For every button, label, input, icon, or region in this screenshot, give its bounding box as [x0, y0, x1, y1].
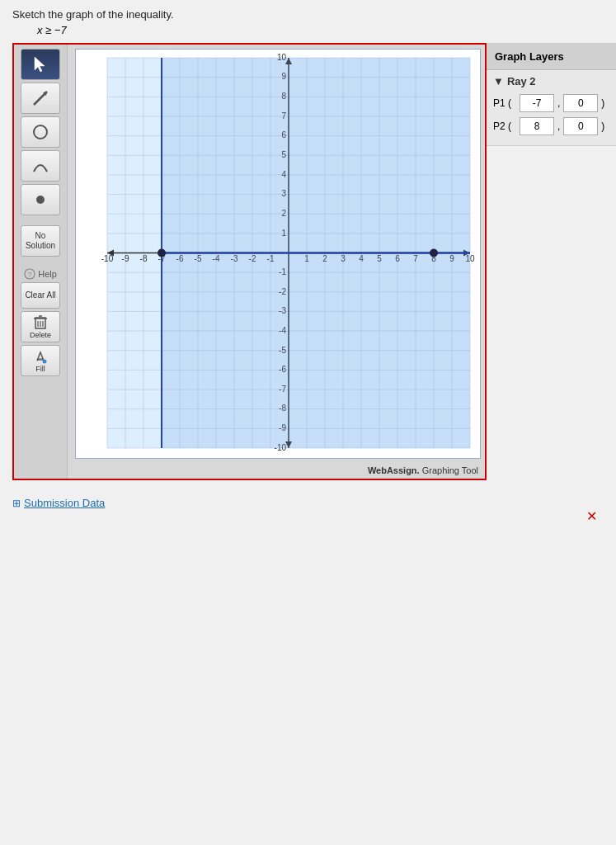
webassign-credit: WebAssign. Graphing Tool — [361, 463, 485, 479]
svg-marker-0 — [35, 57, 45, 72]
inequality-text: x ≥ −7 — [37, 24, 604, 36]
p1-label: P1 ( — [493, 97, 516, 109]
svg-text:?: ? — [28, 271, 32, 279]
instruction-text: Sketch the graph of the inequality. — [12, 8, 604, 21]
p2-label: P2 ( — [493, 120, 516, 132]
circle-tool[interactable] — [21, 116, 60, 148]
fill-button[interactable]: Fill — [21, 345, 60, 376]
no-solution-button[interactable]: No Solution — [21, 225, 60, 257]
p2-comma: , — [557, 120, 560, 132]
arrow-tool[interactable] — [21, 49, 60, 80]
main-tool-area: No Solution ? Help Clear All — [12, 43, 487, 480]
p2-x-input[interactable] — [520, 117, 554, 135]
parabola-tool[interactable] — [21, 150, 60, 182]
point-tool[interactable] — [21, 184, 60, 215]
svg-point-4 — [36, 196, 45, 204]
p1-y-input[interactable] — [563, 94, 598, 112]
help-area: ? Help — [24, 268, 57, 280]
ray-section: ▼ Ray 2 P1 ( , ) P2 ( , ) — [487, 70, 616, 145]
svg-point-3 — [34, 125, 47, 139]
ray-collapse-icon[interactable]: ▼ — [493, 75, 504, 87]
bottom-area: ⊞ Submission Data ✕ — [12, 480, 604, 529]
graph-canvas[interactable] — [75, 49, 481, 459]
p1-comma: , — [557, 97, 560, 109]
p2-row: P2 ( , ) — [493, 117, 616, 135]
ray-header: ▼ Ray 2 — [493, 75, 616, 87]
submission-data-row: ⊞ Submission Data — [12, 492, 604, 512]
graph-layers-panel: Graph Layers ▼ Ray 2 P1 ( , ) P2 ( , — [487, 43, 616, 146]
submission-data-link[interactable]: Submission Data — [24, 497, 105, 509]
line-tool[interactable] — [21, 83, 60, 114]
graph-layers-title: Graph Layers — [487, 44, 616, 70]
close-button[interactable]: ✕ — [586, 508, 597, 524]
graph-area: WebAssign. Graphing Tool — [68, 45, 485, 479]
toolbar: No Solution ? Help Clear All — [14, 45, 68, 479]
svg-point-13 — [43, 359, 47, 363]
p2-y-input[interactable] — [563, 117, 598, 135]
p1-close-paren: ) — [601, 97, 604, 109]
ray-label: Ray 2 — [507, 75, 536, 87]
p1-x-input[interactable] — [520, 94, 554, 112]
help-label[interactable]: Help — [38, 269, 57, 279]
p2-close-paren: ) — [601, 120, 604, 132]
delete-button[interactable]: Delete — [21, 311, 60, 342]
clear-all-button[interactable]: Clear All — [21, 282, 60, 309]
p1-row: P1 ( , ) — [493, 94, 616, 112]
submission-expand-icon[interactable]: ⊞ — [12, 498, 21, 509]
